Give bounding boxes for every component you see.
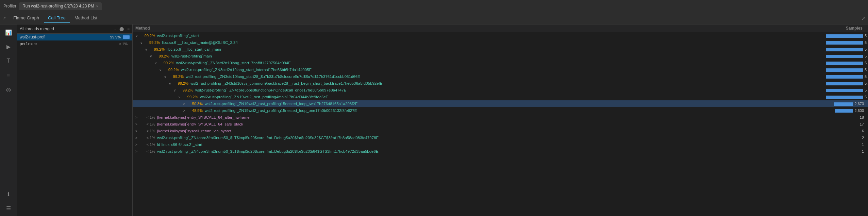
calltree-body[interactable]: ∨99.2%wsl2-rust-profiling`_start5,273∨99… <box>133 32 868 216</box>
tab-flame-graph[interactable]: Flame Graph <box>9 13 43 23</box>
tree-pct: 99.2% <box>177 88 193 92</box>
tree-toggle[interactable]: > <box>134 150 139 153</box>
thread-bar-wsl2 <box>123 35 130 39</box>
tree-pct: 99.2% <box>167 74 184 79</box>
tree-toggle[interactable]: > <box>134 143 139 147</box>
list-icon[interactable]: ☰ <box>3 203 14 213</box>
tree-row[interactable]: ∨99.2%wsl2-rust-profiling`_ZN3std10sys_c… <box>133 80 868 87</box>
tree-samples: 5,273 <box>826 40 867 45</box>
tab-method-list[interactable]: Method List <box>70 13 101 23</box>
tree-row[interactable]: >< 1%ld-linux-x86-64.so.2`_start1 <box>133 141 868 148</box>
layers-icon[interactable]: ≡ <box>3 70 14 80</box>
tree-samples: 5,273 <box>826 88 867 92</box>
calltree-header: Method Samples <box>133 24 868 32</box>
tree-row[interactable]: ∨99.2%libc.so.6`__libc_start_main@@GLIBC… <box>133 39 868 46</box>
text-icon[interactable]: T <box>3 56 14 66</box>
tree-toggle[interactable]: > <box>134 122 139 126</box>
tree-name: wsl2-rust-profiling`_ZN19wsl2_rust_profi… <box>205 109 826 113</box>
tree-pct: < 1% <box>139 143 155 147</box>
tree-row[interactable]: >50.3%wsl2-rust-profiling`_ZN19wsl2_rust… <box>133 100 868 107</box>
tree-row[interactable]: ∨99.2%wsl2-rust-profiling`_start5,273 <box>133 32 868 39</box>
eye-icon[interactable]: ◎ <box>3 84 14 95</box>
run-tab[interactable]: Run wsl2-rust-profiling 8/27/23 4:23 PM … <box>19 2 102 10</box>
tree-toggle[interactable]: > <box>182 109 186 113</box>
tree-samples: 18 <box>826 115 867 119</box>
expand-icon[interactable]: ⤢ <box>861 16 865 21</box>
tree-row[interactable]: ∨99.2%wsl2-rust-profiling`_ZN3std2rt19la… <box>133 66 868 73</box>
col-method-header: Method <box>135 26 824 31</box>
tree-toggle[interactable]: ∨ <box>172 88 177 92</box>
top-bar: Profiler Run wsl2-rust-profiling 8/27/23… <box>0 0 868 12</box>
main-content: 📊 ▶ T ≡ ◎ ℹ ☰ All threads merged ↓ ⬤ ≡ w… <box>0 24 868 216</box>
tree-samples: 2,673 <box>826 102 867 106</box>
threads-header: All threads merged ↓ ⬤ ≡ <box>17 24 132 34</box>
tree-row[interactable]: ∨99.2%libc.so.6`__libc_start_call_main5,… <box>133 46 868 53</box>
tab-call-tree[interactable]: Call Tree <box>44 13 70 23</box>
tree-toggle[interactable]: ∨ <box>134 34 139 38</box>
close-tab-button[interactable]: × <box>96 4 98 8</box>
run-tab-label: Run wsl2-rust-profiling 8/27/23 4:23 PM <box>22 4 94 9</box>
tree-row[interactable]: ∨99.2%wsl2-rust-profiling`main5,273 <box>133 53 868 60</box>
samples-bar <box>826 75 863 79</box>
tree-toggle[interactable]: > <box>182 102 186 106</box>
tree-row[interactable]: >< 1%wsl2-rust-profiling`_ZN4core3fmt3nu… <box>133 134 868 141</box>
samples-bar <box>826 34 863 38</box>
thread-pct-perf: < 1% <box>119 42 128 46</box>
tree-row[interactable]: >< 1%[kernel.kallsyms]`syscall_return_vi… <box>133 128 868 134</box>
tree-row[interactable]: >< 1%wsl2-rust-profiling`_ZN4core3fmt3nu… <box>133 148 868 155</box>
thread-row-wsl2[interactable]: wsl2-rust-profi 99.9% <box>17 34 132 40</box>
external-link-icon[interactable]: ↗ <box>3 16 6 20</box>
tree-row[interactable]: >< 1%[kernel.kallsyms]`entry_SYSCALL_64_… <box>133 121 868 128</box>
tree-toggle[interactable]: ∨ <box>153 61 158 65</box>
tree-toggle[interactable]: ∨ <box>163 75 167 79</box>
tree-samples: 5,273 <box>826 34 867 38</box>
tree-name: [kernel.kallsyms]`entry_SYSCALL_64_after… <box>157 115 826 119</box>
samples-bar <box>826 62 863 65</box>
tree-name: wsl2-rust-profiling`_ZN4core3fmt3num50_$… <box>157 149 826 153</box>
threads-header-title: All threads merged <box>20 27 113 31</box>
tree-toggle[interactable]: > <box>134 116 139 119</box>
sort-icon[interactable]: ↓ <box>114 27 116 31</box>
col-samples-header: Samples <box>824 26 865 31</box>
tree-samples: 2 <box>826 136 867 140</box>
tree-toggle[interactable]: > <box>134 136 139 140</box>
tree-toggle[interactable]: ∨ <box>167 82 172 85</box>
tree-row[interactable]: ∨99.2%wsl2-rust-profiling`_ZN3std2rt10la… <box>133 60 868 66</box>
tree-row[interactable]: >< 1%[kernel.kallsyms]`entry_SYSCALL_64_… <box>133 114 868 121</box>
thread-row-perf[interactable]: perf-exec < 1% <box>17 40 132 47</box>
tree-toggle[interactable]: > <box>134 129 139 133</box>
tree-pct: < 1% <box>139 115 155 119</box>
tree-toggle[interactable]: ∨ <box>148 54 153 58</box>
tree-samples: 5,273 <box>826 68 867 72</box>
thread-pct-wsl2: 99.9% <box>110 35 121 39</box>
filter-icon[interactable]: ⬤ <box>119 27 124 31</box>
left-sidebar: 📊 ▶ T ≡ ◎ ℹ ☰ <box>0 24 17 216</box>
tree-name: wsl2-rust-profiling`_ZN3std10lang_start2… <box>186 74 826 79</box>
tree-samples: 5,273 <box>826 74 867 79</box>
tree-pct: < 1% <box>139 136 155 140</box>
group-icon[interactable]: ≡ <box>127 27 130 31</box>
tree-toggle[interactable]: ∨ <box>139 41 144 45</box>
tree-pct: 99.2% <box>139 34 155 38</box>
tree-row[interactable]: ∨99.2%wsl2-rust-profiling`_ZN4core3ops8f… <box>133 87 868 94</box>
tree-row[interactable]: ∨99.2%wsl2-rust-profiling`_ZN19wsl2_rust… <box>133 94 868 100</box>
tree-toggle[interactable]: ∨ <box>158 68 163 72</box>
calltree-panel: Method Samples ∨99.2%wsl2-rust-profiling… <box>133 24 868 216</box>
samples-bar <box>835 109 853 113</box>
tree-row[interactable]: ∨99.2%wsl2-rust-profiling`_ZN3std10lang_… <box>133 73 868 80</box>
tree-pct: < 1% <box>139 122 155 126</box>
tree-toggle[interactable]: ∨ <box>177 95 182 99</box>
info-icon[interactable]: ℹ <box>3 189 14 199</box>
tree-row[interactable]: >48.9%wsl2-rust-profiling`_ZN19wsl2_rust… <box>133 107 868 114</box>
chart-icon[interactable]: 📊 <box>3 27 14 37</box>
play-icon[interactable]: ▶ <box>3 41 14 52</box>
tree-samples: 5,273 <box>826 47 867 51</box>
tree-name: wsl2-rust-profiling`_start <box>157 34 826 38</box>
nav-tabs-bar: ↗ Flame Graph Call Tree Method List ⤢ <box>0 12 868 24</box>
tree-samples: 5,273 <box>826 61 867 65</box>
tree-samples: 5,273 <box>826 81 867 85</box>
tree-toggle[interactable]: ∨ <box>144 48 148 51</box>
samples-bar <box>826 68 863 72</box>
samples-bar <box>826 55 863 58</box>
samples-bar <box>826 89 863 92</box>
